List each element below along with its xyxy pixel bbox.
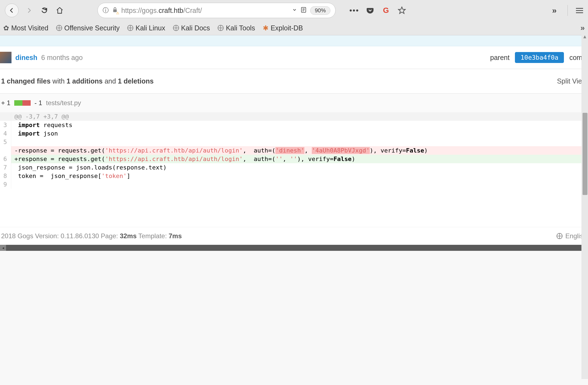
bookmarks-overflow-icon[interactable]: » [580, 24, 585, 32]
bookmark-label: Most Visited [11, 24, 48, 32]
url-dropdown-icon[interactable] [292, 7, 297, 14]
bookmark-exploit-db[interactable]: ✱ Exploit-DB [263, 24, 303, 32]
bookmark-star-icon[interactable] [397, 5, 407, 15]
url-bar[interactable]: ⓘ https://gogs.craft.htb/Craft/ 90% [97, 3, 336, 18]
diff-bar-del [22, 100, 31, 106]
bookmark-label: Offensive Security [64, 24, 120, 32]
forward-button[interactable] [24, 5, 34, 15]
bug-icon: ✱ [263, 24, 269, 32]
parent-hash-link[interactable]: 10e3ba4f0a [515, 52, 564, 63]
svg-rect-0 [113, 9, 117, 12]
scroll-left-icon[interactable]: ◂ [0, 245, 6, 251]
bookmark-label: Kali Tools [226, 24, 255, 32]
lock-warning-icon [112, 7, 118, 14]
bookmark-label: Exploit-DB [271, 24, 303, 32]
overflow-chevron-icon[interactable]: » [549, 5, 559, 15]
scroll-up-icon[interactable]: ▴ [581, 33, 588, 39]
deletions-count: - 1 [34, 99, 42, 107]
diff-row-addition: 6 +response = requests.get('https://api.… [0, 155, 588, 163]
diff-row: 7 json_response = json.loads(response.te… [0, 163, 588, 172]
file-path[interactable]: tests/test.py [46, 99, 81, 107]
zoom-badge[interactable]: 90% [310, 6, 330, 15]
bookmark-offensive-security[interactable]: Offensive Security [56, 24, 120, 32]
globe-icon [557, 233, 563, 239]
bookmark-kali-tools[interactable]: Kali Tools [218, 24, 255, 32]
page-footer: 2018 Gogs Version: 0.11.86.0130 Page: 32… [0, 227, 588, 245]
bookmark-label: Kali Docs [181, 24, 210, 32]
vertical-scrollbar[interactable]: ▴ [581, 33, 588, 251]
diff-row: 8 token = json_response['token'] [0, 172, 588, 180]
diff-row: 3 import requests [0, 121, 588, 129]
menu-button[interactable] [576, 8, 583, 13]
author-link[interactable]: dinesh [15, 54, 38, 62]
horizontal-scrollbar[interactable]: ◂ ▸ [0, 245, 588, 251]
url-text: https://gogs.craft.htb/Craft/ [121, 7, 289, 15]
bookmark-kali-linux[interactable]: Kali Linux [127, 24, 165, 32]
globe-icon [218, 25, 224, 31]
scrollbar-thumb[interactable] [583, 113, 587, 195]
bookmark-label: Kali Linux [136, 24, 165, 32]
browser-nav-bar: ⓘ https://gogs.craft.htb/Craft/ 90% ••• … [0, 0, 588, 21]
additions-count: + 1 [1, 99, 10, 107]
scrollbar-track[interactable] [6, 245, 582, 251]
globe-icon [56, 25, 62, 31]
reader-mode-icon[interactable] [300, 7, 307, 15]
gear-icon: ✿ [3, 24, 9, 32]
diff-row: 9 [0, 180, 588, 189]
parent-label: parent [490, 54, 510, 62]
diff-stats: 1 changed files with 1 additions and 1 d… [0, 69, 588, 94]
globe-icon [173, 25, 179, 31]
site-info-icon[interactable]: ⓘ [103, 6, 109, 15]
bookmark-kali-docs[interactable]: Kali Docs [173, 24, 210, 32]
avatar[interactable] [0, 52, 11, 63]
more-icon[interactable]: ••• [349, 5, 359, 15]
commit-time: 6 months ago [41, 54, 83, 62]
diff-row: 5 [0, 138, 588, 146]
back-button[interactable] [5, 4, 19, 17]
globe-icon [127, 25, 133, 31]
home-button[interactable] [55, 5, 65, 15]
bookmark-most-visited[interactable]: ✿ Most Visited [3, 24, 48, 32]
toolbar-divider [567, 5, 568, 16]
commit-header: dinesh 6 months ago parent 10e3ba4f0a co… [0, 46, 588, 69]
diff-row: 4 import json [0, 129, 588, 138]
commit-message-strip [0, 35, 588, 46]
diff-table: @@ -3,7 +3,7 @@ 3 import requests 4 impo… [0, 112, 588, 189]
reload-button[interactable] [39, 5, 49, 15]
hunk-header: @@ -3,7 +3,7 @@ [0, 112, 588, 121]
file-header: + 1 - 1 tests/test.py [0, 94, 588, 112]
grammarly-icon[interactable]: G [381, 5, 391, 15]
bookmarks-bar: ✿ Most Visited Offensive Security Kali L… [0, 21, 588, 35]
diff-bar [14, 100, 31, 106]
diff-bar-add [14, 100, 22, 106]
pocket-icon[interactable] [365, 5, 375, 15]
diff-row-deletion: -response = requests.get('https://api.cr… [0, 146, 588, 155]
